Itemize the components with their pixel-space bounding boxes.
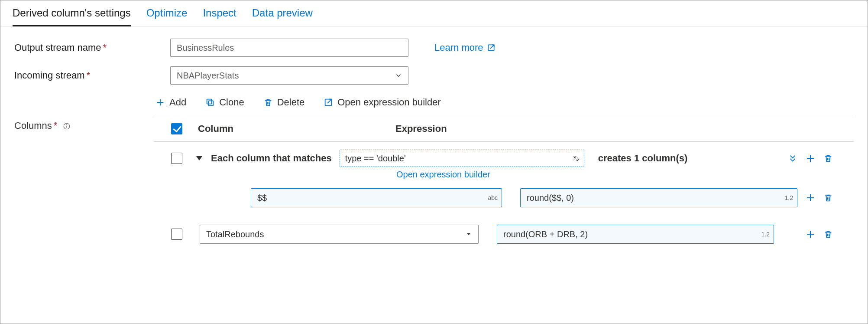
tab-bar: Derived column's settings Optimize Inspe… — [0, 0, 868, 26]
rule1-expression-input[interactable] — [520, 188, 797, 207]
clone-button[interactable]: Clone — [205, 97, 244, 108]
info-icon[interactable] — [63, 122, 71, 130]
numeric-type-badge-2: 1.2 — [761, 231, 770, 238]
collapse-double-chevron-icon[interactable] — [788, 154, 797, 163]
add-button[interactable]: Add — [155, 97, 186, 108]
rule2-add-icon[interactable] — [805, 229, 816, 239]
dropdown-caret-icon — [466, 231, 472, 237]
incoming-stream-select[interactable] — [170, 66, 408, 85]
label-output-stream: Output stream name* — [14, 42, 170, 53]
rule2-expression-input[interactable] — [497, 225, 774, 244]
delete-button[interactable]: Delete — [263, 97, 305, 108]
rule1-prefix: Each column that matches — [211, 153, 332, 164]
rule1-open-expression-link[interactable]: Open expression builder — [396, 169, 854, 186]
select-all-checkbox[interactable] — [171, 123, 182, 134]
learn-more-link[interactable]: Learn more — [434, 42, 496, 53]
header-expression: Expression — [395, 123, 447, 134]
header-column: Column — [198, 123, 384, 134]
tab-settings[interactable]: Derived column's settings — [13, 2, 131, 26]
rule1-checkbox[interactable] — [171, 153, 182, 164]
numeric-type-badge: 1.2 — [785, 194, 793, 201]
trash-icon — [263, 98, 273, 107]
svg-rect-3 — [208, 101, 213, 105]
expression-picker-icon[interactable] — [571, 154, 580, 163]
tab-inspect[interactable]: Inspect — [203, 2, 236, 26]
rule2-delete-icon[interactable] — [823, 229, 833, 239]
rule1-delete-icon[interactable] — [823, 154, 833, 163]
rule2-checkbox[interactable] — [171, 229, 182, 240]
rule-row-2: 1.2 — [154, 222, 854, 246]
expand-caret-icon[interactable] — [196, 156, 202, 160]
row-incoming-stream: Incoming stream* — [14, 66, 854, 85]
columns-toolbar: Add Clone — [154, 94, 854, 116]
rule1-sub-add-icon[interactable] — [805, 193, 816, 203]
rule1-sub-delete-icon[interactable] — [823, 193, 833, 203]
row-output-stream: Output stream name* Learn more — [14, 39, 854, 57]
open-builder-icon — [324, 98, 333, 107]
tab-optimize[interactable]: Optimize — [146, 2, 188, 26]
label-incoming-stream: Incoming stream* — [14, 70, 170, 81]
rule-row-1: Each column that matches creates 1 colum… — [154, 142, 854, 169]
plus-icon — [155, 98, 165, 107]
columns-header-row: Column Expression — [154, 116, 854, 142]
rule1-sub-row: abc 1.2 — [154, 186, 854, 210]
rule1-condition-input[interactable] — [340, 150, 584, 167]
rule1-suffix: creates 1 column(s) — [598, 153, 688, 164]
abc-type-badge: abc — [488, 194, 498, 201]
svg-point-2 — [66, 125, 67, 125]
tab-data-preview[interactable]: Data preview — [252, 2, 313, 26]
svg-rect-4 — [207, 99, 212, 104]
copy-icon — [205, 98, 215, 107]
label-columns: Columns* — [14, 94, 154, 131]
rule1-add-icon[interactable] — [805, 153, 816, 164]
external-link-icon — [487, 43, 496, 52]
rule1-column-name-input[interactable] — [251, 188, 502, 207]
open-expression-builder-button[interactable]: Open expression builder — [324, 97, 440, 108]
output-stream-input[interactable] — [170, 39, 408, 57]
rule2-column-name-select[interactable] — [200, 225, 479, 244]
